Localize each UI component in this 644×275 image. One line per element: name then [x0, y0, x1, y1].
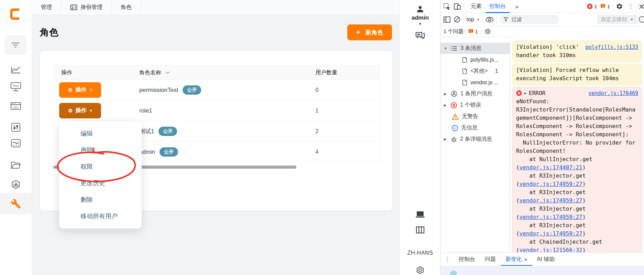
clear-console-icon[interactable]: [454, 16, 461, 23]
drawer-tab-AI 辅助[interactable]: AI 辅助: [532, 253, 560, 266]
inspect-element-icon[interactable]: [443, 3, 451, 10]
close-icon[interactable]: ×: [524, 256, 527, 262]
tree-item[interactable]: ▶2 条详细消息: [440, 134, 510, 145]
sidebar-item-msa[interactable]: Msa: [9, 81, 23, 93]
stack-frame-link[interactable]: vendor.js:174959:27: [520, 197, 582, 204]
svg-text:!: !: [470, 29, 471, 33]
wrench-icon: [11, 199, 21, 209]
devtools-close-icon[interactable]: [638, 3, 644, 10]
menu-item-移动所有用户[interactable]: 移动所有用户: [59, 208, 142, 224]
divider: [464, 3, 464, 10]
drawer-tab-控制台[interactable]: 控制台: [454, 253, 480, 266]
chat-icon[interactable]: [400, 30, 440, 41]
user-count-cell: 1: [315, 107, 380, 114]
more-tabs-button[interactable]: »: [512, 3, 522, 10]
stack-frame-link[interactable]: vendor.js:174959:27: [520, 214, 582, 220]
column-header-3: 用户数量: [315, 69, 380, 76]
public-badge: 公开: [159, 127, 177, 136]
source-link[interactable]: polyfills.js:5133: [585, 43, 638, 51]
sidebar-item-control-chart[interactable]: [9, 137, 23, 149]
row-action-button[interactable]: 操作▼: [59, 103, 101, 118]
context-selector-value: top: [467, 17, 474, 23]
sidebar-item-sliders[interactable]: [9, 121, 23, 134]
menu-item-删除[interactable]: 删除: [59, 191, 142, 208]
stack-frame-link[interactable]: vendor.js:174959:27: [520, 181, 582, 187]
log-level-dropdown[interactable]: 自定义级别 ▼: [597, 15, 637, 24]
drawer-tab-问题[interactable]: 问题: [480, 253, 501, 266]
sidebar-item-filter[interactable]: [4, 35, 26, 55]
device-toolbar-icon[interactable]: [454, 3, 461, 10]
new-role-button[interactable]: + 新角色: [347, 24, 392, 40]
console-messages: polyfills.js:5133[Violation] 'click' han…: [510, 37, 644, 252]
issues-settings-gear-icon[interactable]: [484, 28, 491, 35]
columns-layout-icon[interactable]: [400, 226, 440, 234]
tree-item[interactable]: ▼3 条消息: [440, 43, 510, 54]
sidebar-item-trend-chart[interactable]: [9, 64, 23, 76]
tree-item-label: 3 条消息: [460, 45, 481, 52]
devtools-tab-元素[interactable]: 元素: [467, 0, 485, 13]
app-top-tabs: 管理身份管理角色: [32, 0, 400, 15]
chevron-collapsed-icon[interactable]: ▶: [444, 103, 448, 107]
column-header-label: 用户数量: [315, 70, 337, 75]
console-filter-input[interactable]: 过滤: [500, 15, 559, 24]
user-avatar-icon[interactable]: [400, 5, 440, 14]
drawer-menu-kebab-icon[interactable]: ⋮: [443, 256, 452, 263]
sidebar-item-hexagon[interactable]: [9, 178, 23, 191]
username-label[interactable]: admin: [400, 14, 440, 21]
sidebar-item-folder[interactable]: [9, 159, 23, 171]
stack-frame-link[interactable]: vendor.js:174407:21: [520, 164, 582, 171]
source-link[interactable]: vendor.js:176469: [589, 89, 638, 97]
app-tab-label: 角色: [121, 4, 132, 11]
app-tab-1[interactable]: 管理: [32, 0, 61, 15]
tree-item[interactable]: <其他>1: [440, 65, 510, 77]
list-icon: [451, 45, 457, 51]
tree-item[interactable]: ▶1 个错误: [440, 99, 510, 111]
tree-item[interactable]: polyfills.js...: [440, 54, 510, 65]
sort-chevron-icon[interactable]: [165, 71, 170, 74]
context-selector[interactable]: top ▼: [467, 17, 480, 23]
menu-item-权限[interactable]: 权限: [59, 158, 142, 175]
tree-item[interactable]: ▶1 条用户消息: [440, 88, 510, 99]
tree-item-label: 无警告: [462, 113, 478, 120]
role-name-cell: 测试1公开: [136, 127, 315, 136]
tree-item-label: <其他>: [470, 67, 488, 75]
tree-item[interactable]: vendor.js ...: [440, 77, 510, 88]
drawer-tab-label: 控制台: [459, 256, 475, 263]
svg-text:Msa: Msa: [13, 84, 19, 87]
devtools-settings-gear-icon[interactable]: [616, 3, 623, 10]
console-sidebar-toggle-icon[interactable]: [443, 16, 451, 23]
stack-frame-link[interactable]: vendor.js:121566:32: [520, 247, 582, 252]
devtools-tab-控制台[interactable]: 控制台: [485, 0, 510, 13]
expand-triangle-icon[interactable]: ▶: [524, 89, 526, 97]
menu-item-更改历史[interactable]: 更改历史: [59, 175, 142, 191]
menu-item-编辑[interactable]: 编辑: [59, 125, 142, 142]
live-expression-eye-icon[interactable]: [485, 17, 494, 23]
chevron-expanded-icon[interactable]: ▼: [444, 46, 448, 50]
error-count-badge[interactable]: 1: [587, 3, 597, 9]
screen-share-icon[interactable]: [400, 211, 440, 218]
sidebar-item-settings-wrench[interactable]: [9, 198, 23, 210]
app-tab-3[interactable]: 角色: [112, 0, 141, 15]
new-role-button-label: 新角色: [365, 29, 383, 36]
issue-count-badge[interactable]: ! 1: [600, 3, 610, 9]
settings-shortcut-icon[interactable]: [639, 16, 644, 23]
chevron-collapsed-icon[interactable]: ▶: [444, 92, 448, 96]
user-menu-caret-icon[interactable]: ▼: [400, 22, 440, 26]
error-stack-line: at R3Injector.get (vendor.js:174959:27): [516, 205, 638, 221]
menu-item-声明[interactable]: 声明: [59, 142, 142, 158]
sidebar-item-spc[interactable]: Spc: [9, 100, 23, 112]
drawer-tab-新变化[interactable]: 新变化×: [501, 253, 532, 266]
tree-item[interactable]: 无信息: [440, 122, 510, 134]
language-selector[interactable]: ZH-HANS: [400, 250, 440, 256]
issues-bar-badge[interactable]: ! 1: [468, 29, 478, 34]
devtools-menu-kebab-icon[interactable]: ⋮: [626, 3, 636, 10]
chevron-collapsed-icon[interactable]: ▶: [444, 137, 448, 141]
row-action-button[interactable]: 操作▼: [59, 82, 101, 98]
app-tab-2[interactable]: 身份管理: [61, 0, 112, 15]
app-logo-icon[interactable]: [9, 8, 21, 21]
chevron-down-icon: ▼: [89, 88, 93, 92]
settings-gear-icon[interactable]: [400, 266, 440, 275]
stack-frame-link[interactable]: vendor.js:174959:27: [520, 230, 582, 237]
tree-item[interactable]: 无警告: [440, 111, 510, 122]
svg-text:!: !: [602, 4, 603, 8]
